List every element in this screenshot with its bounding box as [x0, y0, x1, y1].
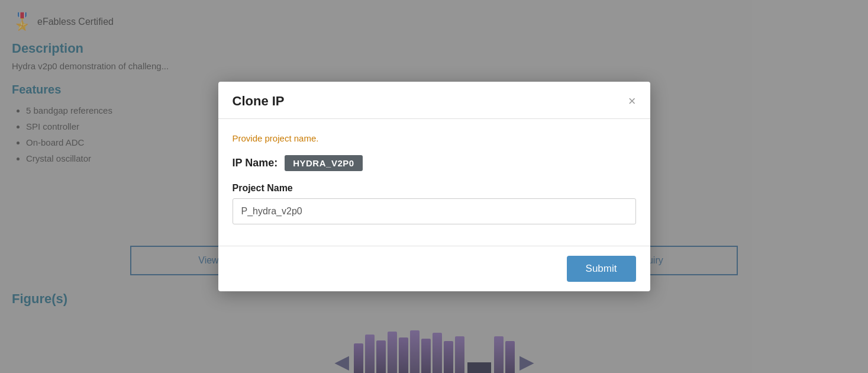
clone-ip-modal: Clone IP × Provide project name. IP Name… [218, 82, 650, 291]
modal-instruction: Provide project name. [233, 133, 636, 143]
modal-overlay: Clone IP × Provide project name. IP Name… [0, 0, 868, 373]
ip-name-row: IP Name: HYDRA_V2P0 [233, 155, 636, 171]
modal-header: Clone IP × [218, 82, 650, 119]
ip-name-label: IP Name: [233, 157, 278, 169]
ip-name-badge: HYDRA_V2P0 [285, 155, 362, 171]
submit-button[interactable]: Submit [567, 256, 636, 282]
modal-footer: Submit [218, 246, 650, 291]
modal-body: Provide project name. IP Name: HYDRA_V2P… [218, 119, 650, 234]
project-name-input[interactable] [233, 198, 636, 224]
modal-title: Clone IP [233, 94, 285, 109]
modal-close-button[interactable]: × [628, 95, 636, 108]
project-name-label: Project Name [233, 183, 636, 194]
